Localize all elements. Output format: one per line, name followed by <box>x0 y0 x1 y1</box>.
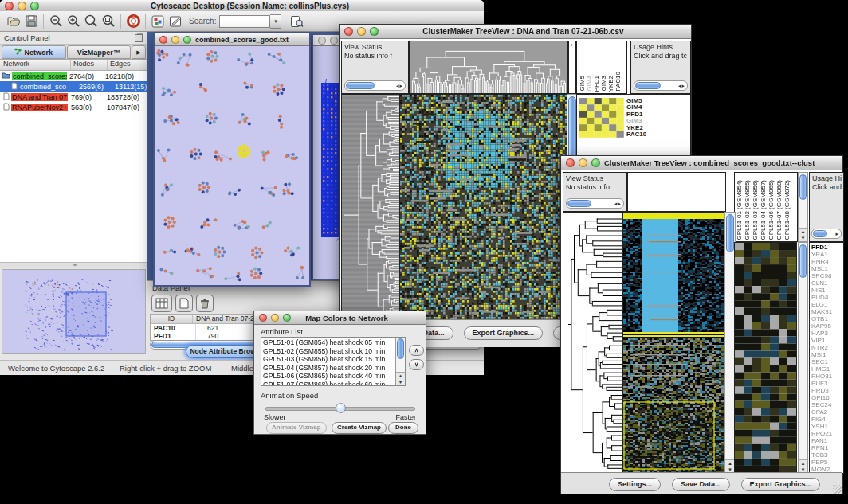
slider-thumb[interactable] <box>336 403 346 413</box>
zoom-button[interactable] <box>183 36 191 44</box>
gene-label[interactable]: MSL1 <box>811 265 843 272</box>
close-button[interactable] <box>259 314 267 322</box>
gene-label[interactable]: RNR4 <box>811 258 843 265</box>
attribute-browser-icon[interactable] <box>288 14 305 29</box>
minimize-button[interactable] <box>579 158 587 167</box>
col-nodes[interactable]: Nodes <box>71 60 108 70</box>
tv1-column-label[interactable]: PAC10 <box>614 72 622 92</box>
attribute-listbox[interactable]: GPL51-01 (GSM854) heat shock 05 minGPL51… <box>261 337 406 386</box>
zoom-button[interactable] <box>30 2 39 10</box>
network-table-row[interactable]: combined_sco2569(6)13112(15) <box>0 81 147 92</box>
select-attributes-icon[interactable] <box>151 295 172 312</box>
minimize-button[interactable] <box>171 36 179 44</box>
zoom-selected-region-icon[interactable] <box>82 14 100 29</box>
tv2-column-label[interactable]: GPL51-02 (GSM855) <box>744 180 752 240</box>
tv1-column-label[interactable]: YKE2 <box>607 76 614 92</box>
tv2-column-label[interactable]: GPL51-06 (GSM865) <box>768 180 775 240</box>
done-button[interactable]: Done <box>388 422 418 434</box>
gene-label[interactable]: KAP95 <box>811 322 843 330</box>
minimize-button[interactable] <box>18 2 26 10</box>
close-button[interactable] <box>5 2 14 10</box>
resize-grip[interactable] <box>833 485 842 494</box>
tv2-column-label[interactable]: GPL51-04 (GSM857) <box>760 180 768 240</box>
animate-vizmap-button[interactable]: Animate Vizmap <box>266 422 327 434</box>
gene-label[interactable]: VIP1 <box>811 337 843 344</box>
gene-label[interactable]: HRD3 <box>811 387 843 394</box>
main-titlebar[interactable]: Cytoscape Desktop (Session Name: collins… <box>0 0 484 12</box>
attribute-list-item[interactable]: GPL51-07 (GSM868) heat shock 60 min <box>263 381 395 387</box>
tv2-button-save-data-[interactable]: Save Data... <box>672 478 730 491</box>
attribute-list-item[interactable]: GPL51-03 (GSM856) heat shock 15 min <box>263 355 395 364</box>
tv1-column-label[interactable]: GIM5 <box>579 76 586 92</box>
tv2-button-settings-[interactable]: Settings... <box>609 478 661 491</box>
float-panel-icon[interactable] <box>135 34 143 42</box>
annotation-icon[interactable] <box>167 14 184 29</box>
gene-label[interactable]: PUF3 <box>811 380 843 387</box>
gene-label[interactable]: SEC24 <box>811 401 843 408</box>
tv1-usage-hscrollbar[interactable]: ◂▸ <box>634 80 688 91</box>
tv2-column-label[interactable]: GPL51-03 (GSM856) <box>752 180 760 240</box>
tv2-zoom-heatmap[interactable] <box>734 242 797 474</box>
gene-label[interactable]: PEP5 <box>811 459 843 466</box>
minimize-button[interactable] <box>357 27 366 36</box>
network-overview-minimap[interactable] <box>2 269 146 354</box>
tv1-row-dendrogram[interactable] <box>341 94 401 321</box>
close-button[interactable] <box>159 36 167 44</box>
search-dropdown-icon[interactable]: ▾ <box>270 14 281 29</box>
gene-label[interactable]: NIS1 <box>811 287 843 294</box>
tv2-heatmap[interactable] <box>622 212 726 474</box>
gene-label[interactable]: YSH1 <box>811 423 843 430</box>
gene-label[interactable]: HAP3 <box>811 330 843 337</box>
network-table-row[interactable]: DNA and Tran 07769(0)183728(0) <box>0 92 147 102</box>
gene-label[interactable]: GPI16 <box>811 394 843 401</box>
splitter-handle[interactable] <box>73 264 77 266</box>
col-edges[interactable]: Edges <box>108 60 147 70</box>
minimize-button[interactable] <box>330 37 338 45</box>
gene-label[interactable]: RPO21 <box>811 430 843 437</box>
attribute-list-item[interactable]: GPL51-04 (GSM857) heat shock 20 min <box>263 364 395 373</box>
tab-vizmapper[interactable]: VizMapper™ <box>67 45 132 59</box>
tv1-matrix-row-label[interactable]: PAC10 <box>626 131 646 138</box>
gene-label[interactable]: CPA2 <box>811 408 843 416</box>
tv1-column-label[interactable]: PFD1 <box>593 76 600 92</box>
tab-network[interactable]: Network <box>2 45 66 59</box>
zoom-button[interactable] <box>283 314 291 322</box>
zoom-in-icon[interactable] <box>65 14 82 29</box>
network-table-row[interactable]: RNAPuberNov2+563(0)107847(0) <box>0 102 147 112</box>
open-session-icon[interactable] <box>5 14 22 29</box>
vizmapper-icon[interactable] <box>149 14 167 29</box>
tv2-column-label[interactable]: GPL51-08 (GSM872) <box>783 180 791 240</box>
tv1-column-dendrogram[interactable] <box>409 41 568 94</box>
attribute-list-item[interactable]: GPL51-06 (GSM865) heat shock 40 min <box>263 372 395 381</box>
close-button[interactable] <box>344 27 353 36</box>
gene-label[interactable]: RPN1 <box>811 444 843 451</box>
tv2-zoom-vscrollbar[interactable]: ▴▾ <box>798 242 808 474</box>
tv1-status-hscrollbar[interactable]: ◂▸ <box>344 80 406 91</box>
save-session-icon[interactable] <box>22 14 40 29</box>
zoom-fit-icon[interactable] <box>100 14 117 29</box>
search-input[interactable] <box>219 15 270 28</box>
attribute-list-item[interactable]: GPL51-01 (GSM854) heat shock 05 min <box>263 338 395 347</box>
zoom-button[interactable] <box>370 27 379 36</box>
animation-slider[interactable] <box>265 403 415 412</box>
help-lifesaver-icon[interactable] <box>124 14 142 29</box>
gene-label[interactable]: GTB1 <box>811 315 843 322</box>
tv1-column-label[interactable]: GIM4 <box>586 76 593 92</box>
gene-label[interactable]: PAN1 <box>811 437 843 444</box>
gene-label[interactable]: YRA1 <box>811 251 843 258</box>
gene-label[interactable]: NTR2 <box>811 344 843 351</box>
minimize-button[interactable] <box>271 314 279 322</box>
gene-label[interactable]: MAK31 <box>811 308 843 315</box>
gene-label[interactable]: SPC98 <box>811 272 843 279</box>
gene-label[interactable]: PFD1 <box>811 244 843 251</box>
tv2-row-dendrogram[interactable] <box>563 212 624 474</box>
col-network[interactable]: Network <box>0 60 71 70</box>
attribute-list-vscrollbar[interactable]: ▴▾ <box>395 338 405 385</box>
zoom-button[interactable] <box>591 158 600 167</box>
gene-label[interactable]: CLN1 <box>811 279 843 287</box>
tv2-column-dendrogram[interactable] <box>627 172 726 212</box>
gene-label[interactable]: SEC1 <box>811 358 843 365</box>
tv1-button-export-graphics-[interactable]: Export Graphics... <box>464 326 544 340</box>
tv1-heatmap[interactable] <box>399 94 568 321</box>
close-button[interactable] <box>318 37 326 45</box>
